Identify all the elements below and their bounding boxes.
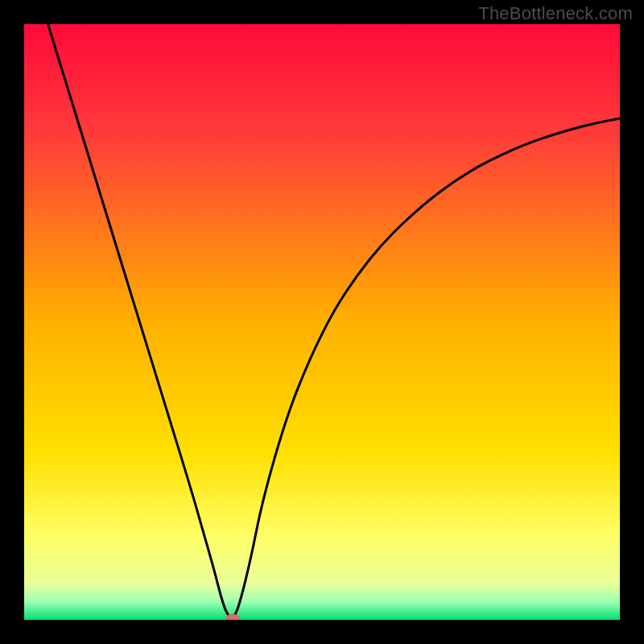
chart-frame: TheBottleneck.com — [0, 0, 644, 644]
watermark-text: TheBottleneck.com — [478, 3, 633, 24]
chart-background — [24, 24, 620, 620]
chart-svg — [24, 24, 620, 620]
bottleneck-chart — [24, 24, 620, 620]
